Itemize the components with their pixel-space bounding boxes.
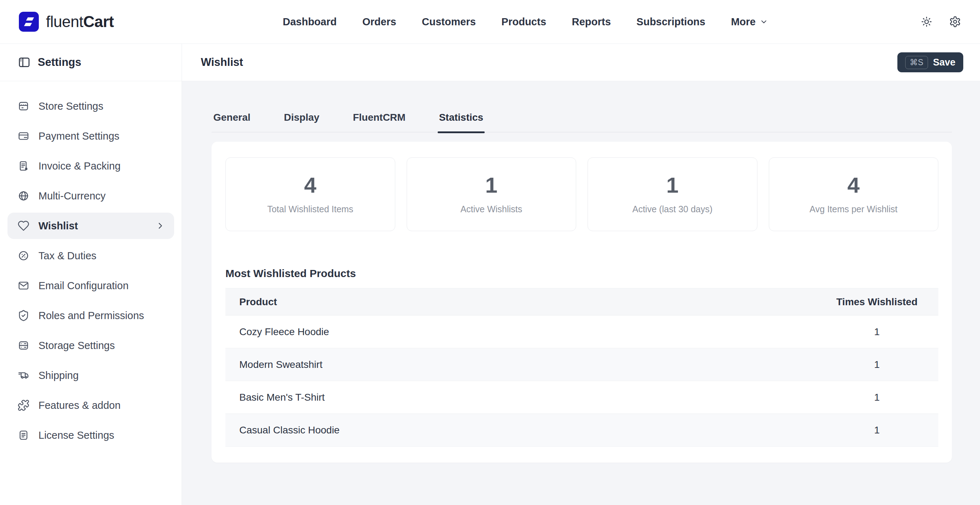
nav-more[interactable]: More: [731, 16, 768, 28]
fluentcart-logo-icon: [19, 12, 39, 32]
times-wishlisted-value: 1: [816, 392, 938, 403]
settings-sidebar: Settings Store Settings Payment Settings: [0, 44, 182, 505]
brand-name: fluentCart: [46, 13, 114, 30]
nav-more-label: More: [731, 16, 756, 28]
save-button-label: Save: [933, 57, 955, 68]
sidebar-item-features-addon[interactable]: Features & addon: [8, 392, 174, 419]
most-wishlisted-table: Product Times Wishlisted Cozy Fleece Hoo…: [226, 288, 938, 447]
page-header: Wishlist ⌘S Save: [182, 44, 980, 81]
stat-value: 1: [666, 174, 678, 196]
stat-label: Avg Items per Wishlist: [810, 204, 897, 214]
stat-card-active-wishlists: 1 Active Wishlists: [407, 158, 576, 231]
sidebar-item-label: Shipping: [38, 370, 165, 381]
stat-label: Active Wishlists: [460, 204, 522, 214]
sidebar-item-label: License Settings: [38, 430, 165, 441]
top-navigation: Dashboard Orders Customers Products Repo…: [169, 16, 883, 28]
sidebar-item-invoice-packing[interactable]: Invoice & Packing: [8, 153, 174, 179]
page-title: Wishlist: [201, 56, 243, 69]
nav-reports[interactable]: Reports: [572, 16, 611, 28]
nav-dashboard[interactable]: Dashboard: [283, 16, 337, 28]
puzzle-icon: [18, 399, 30, 411]
heart-icon: [18, 220, 30, 232]
sidebar-item-payment-settings[interactable]: Payment Settings: [8, 123, 174, 149]
top-bar: fluentCart Dashboard Orders Customers Pr…: [0, 0, 980, 44]
times-wishlisted-value: 1: [816, 326, 938, 338]
sidebar-item-multi-currency[interactable]: Multi-Currency: [8, 183, 174, 209]
shield-check-icon: [18, 309, 30, 322]
settings-button[interactable]: [949, 16, 961, 28]
page-content: General Display FluentCRM Statistics 4 T…: [182, 81, 980, 505]
sidebar-item-label: Multi-Currency: [38, 190, 165, 202]
table-header-row: Product Times Wishlisted: [226, 288, 938, 315]
sidebar-item-wishlist[interactable]: Wishlist: [8, 213, 174, 239]
sidebar-item-email-configuration[interactable]: Email Configuration: [8, 272, 174, 299]
stat-cards: 4 Total Wishlisted Items 1 Active Wishli…: [226, 158, 938, 231]
tab-bar: General Display FluentCRM Statistics: [212, 112, 952, 132]
top-actions: [883, 16, 961, 28]
tab-display[interactable]: Display: [284, 112, 320, 132]
sidebar-menu: Store Settings Payment Settings Invoice …: [0, 81, 181, 452]
credit-card-icon: [18, 130, 30, 142]
nav-subscriptions[interactable]: Subscriptions: [636, 16, 705, 28]
note-icon: [18, 429, 30, 441]
sidebar-item-store-settings[interactable]: Store Settings: [8, 93, 174, 119]
most-wishlisted-title: Most Wishlisted Products: [226, 268, 938, 280]
tab-statistics[interactable]: Statistics: [439, 112, 484, 132]
sidebar-title: Settings: [38, 56, 81, 69]
stat-card-total-wishlisted-items: 4 Total Wishlisted Items: [226, 158, 395, 231]
table-row: Casual Classic Hoodie 1: [226, 414, 938, 447]
gear-icon: [949, 16, 961, 28]
table-row: Modern Sweatshirt 1: [226, 348, 938, 381]
stat-value: 1: [485, 174, 498, 196]
save-button[interactable]: ⌘S Save: [897, 53, 963, 72]
server-icon: [18, 339, 30, 352]
save-shortcut-badge: ⌘S: [905, 56, 928, 69]
stat-label: Active (last 30 days): [632, 204, 713, 214]
sidebar-item-license-settings[interactable]: License Settings: [8, 422, 174, 448]
product-name: Cozy Fleece Hoodie: [226, 326, 816, 338]
stat-label: Total Wishlisted Items: [267, 204, 353, 214]
times-wishlisted-value: 1: [816, 425, 938, 436]
sidebar-item-shipping[interactable]: Shipping: [8, 362, 174, 389]
product-name: Casual Classic Hoodie: [226, 425, 816, 436]
truck-icon: [18, 369, 30, 381]
sidebar-item-label: Store Settings: [38, 100, 165, 112]
main-area: Wishlist ⌘S Save General Display FluentC…: [182, 44, 980, 505]
tab-general[interactable]: General: [213, 112, 250, 132]
sidebar-item-label: Tax & Duties: [38, 250, 165, 262]
sun-icon: [921, 16, 933, 28]
sidebar-item-label: Invoice & Packing: [38, 160, 165, 172]
brand-logo[interactable]: fluentCart: [19, 12, 169, 32]
sidebar-item-label: Roles and Permissions: [38, 310, 165, 322]
mail-icon: [18, 280, 30, 292]
product-name: Basic Men's T-Shirt: [226, 392, 816, 403]
invoice-icon: [18, 160, 30, 172]
panel-left-icon[interactable]: [18, 56, 31, 69]
sidebar-item-storage-settings[interactable]: Storage Settings: [8, 332, 174, 358]
sidebar-item-label: Storage Settings: [38, 340, 165, 352]
column-header-times-wishlisted: Times Wishlisted: [816, 296, 938, 308]
stat-value: 4: [304, 174, 316, 196]
percent-circle-icon: [18, 250, 30, 262]
nav-orders[interactable]: Orders: [362, 16, 396, 28]
tab-fluentcrm[interactable]: FluentCRM: [353, 112, 406, 132]
product-name: Modern Sweatshirt: [226, 359, 816, 370]
sidebar-item-tax-duties[interactable]: Tax & Duties: [8, 242, 174, 269]
theme-toggle-button[interactable]: [921, 16, 933, 28]
chevron-down-icon: [759, 17, 768, 26]
sidebar-item-label: Payment Settings: [38, 131, 165, 142]
storefront-icon: [18, 100, 30, 112]
table-row: Cozy Fleece Hoodie 1: [226, 315, 938, 348]
nav-products[interactable]: Products: [501, 16, 546, 28]
statistics-panel: 4 Total Wishlisted Items 1 Active Wishli…: [212, 142, 952, 463]
sidebar-item-roles-permissions[interactable]: Roles and Permissions: [8, 303, 174, 329]
table-row: Basic Men's T-Shirt 1: [226, 381, 938, 414]
sidebar-item-label: Wishlist: [38, 220, 146, 232]
chevron-right-icon: [155, 220, 165, 231]
stat-card-active-last-30-days: 1 Active (last 30 days): [587, 158, 757, 231]
stat-card-avg-items-per-wishlist: 4 Avg Items per Wishlist: [769, 158, 939, 231]
app-frame: Settings Store Settings Payment Settings: [0, 44, 980, 505]
nav-customers[interactable]: Customers: [422, 16, 476, 28]
globe-icon: [18, 190, 30, 202]
times-wishlisted-value: 1: [816, 359, 938, 370]
